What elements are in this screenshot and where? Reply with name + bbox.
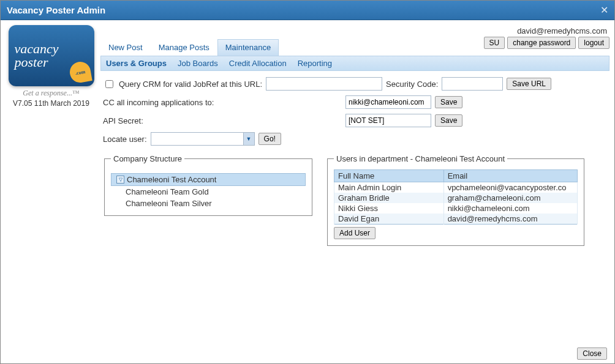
query-crm-checkbox[interactable]: [105, 80, 113, 88]
save-url-button[interactable]: Save URL: [507, 78, 551, 90]
logo: vacancy poster .com: [9, 25, 94, 86]
footer: Close: [1, 344, 614, 363]
go-button[interactable]: Go!: [258, 133, 281, 145]
user-name-cell: Graham Bridle: [334, 193, 444, 203]
cc-save-button[interactable]: Save: [435, 96, 462, 108]
tagline: Get a response...™: [23, 89, 79, 98]
logout-button[interactable]: logout: [578, 37, 609, 49]
subtab-users-groups[interactable]: Users & Groups: [106, 59, 167, 68]
locate-user-select[interactable]: ▼: [151, 132, 255, 146]
user-name-cell: Main Admin Login: [334, 182, 444, 193]
company-tree: ▽ Chameleoni Test Account Chameleoni Tea…: [111, 173, 306, 209]
tree-child[interactable]: Chameleoni Team Gold: [111, 186, 306, 198]
user-name-cell: Nikki Giess: [334, 203, 444, 214]
tree-root-label: Chameleoni Test Account: [127, 175, 216, 184]
users-panel: Users in department - Chameleoni Test Ac…: [327, 154, 584, 246]
user-email: david@remedyhcms.com: [100, 25, 609, 37]
add-user-button[interactable]: Add User: [334, 227, 375, 239]
table-row[interactable]: David Egandavid@remedyhcms.com: [334, 214, 578, 225]
users-table: Full Name Email Main Admin Loginvpchamel…: [334, 169, 578, 225]
users-header-name[interactable]: Full Name: [334, 170, 444, 182]
cc-email-input[interactable]: [345, 95, 431, 109]
cc-label: CC all incoming applications to:: [103, 98, 342, 107]
tree-root[interactable]: ▽ Chameleoni Test Account: [111, 173, 306, 186]
window-title: Vacancy Poster Admin: [7, 5, 105, 15]
tab-new-post[interactable]: New Post: [100, 39, 151, 56]
user-email-cell: vpchameleoni@vacancyposter.co: [443, 182, 577, 193]
main-tabs: New Post Manage Posts Maintenance: [100, 39, 279, 56]
users-header-email[interactable]: Email: [443, 170, 577, 182]
sidebar: vacancy poster .com Get a response...™ V…: [6, 25, 100, 339]
table-row[interactable]: Nikki Giessnikki@chameleoni.com: [334, 203, 578, 214]
right-buttons: SU change password logout: [484, 37, 609, 49]
user-email-cell: graham@chameleoni.com: [443, 193, 577, 203]
security-code-label: Security Code:: [386, 80, 438, 89]
query-crm-label: Query CRM for valid JobRef at this URL:: [119, 80, 262, 89]
close-icon[interactable]: ✕: [600, 4, 608, 16]
tab-maintenance[interactable]: Maintenance: [217, 39, 279, 56]
user-email-cell: nikki@chameleoni.com: [443, 203, 577, 214]
company-structure-panel: Company Structure ▽ Chameleoni Test Acco…: [104, 154, 312, 216]
close-button[interactable]: Close: [577, 347, 607, 360]
api-secret-label: API Secret:: [103, 116, 342, 125]
locate-user-label: Locate user:: [103, 135, 147, 144]
table-row[interactable]: Graham Bridlegraham@chameleoni.com: [334, 193, 578, 203]
collapse-icon[interactable]: ▽: [116, 176, 124, 184]
users-panel-legend: Users in department - Chameleoni Test Ac…: [334, 154, 507, 163]
sub-tabs: Users & Groups Job Boards Credit Allocat…: [100, 56, 609, 71]
api-save-button[interactable]: Save: [435, 114, 462, 127]
crm-url-input[interactable]: [266, 77, 382, 91]
subtab-credit-allocation[interactable]: Credit Allocation: [229, 59, 287, 68]
user-email-cell: david@remedyhcms.com: [443, 214, 577, 225]
change-password-button[interactable]: change password: [507, 37, 576, 49]
tab-manage-posts[interactable]: Manage Posts: [151, 39, 217, 56]
subtab-reporting[interactable]: Reporting: [298, 59, 332, 68]
tree-child[interactable]: Chameleoni Team Silver: [111, 198, 306, 209]
user-name-cell: David Egan: [334, 214, 444, 225]
table-row[interactable]: Main Admin Loginvpchameleoni@vacancypost…: [334, 182, 578, 193]
su-button[interactable]: SU: [484, 37, 505, 49]
chevron-down-icon: ▼: [243, 133, 254, 145]
security-code-input[interactable]: [442, 77, 503, 91]
company-structure-legend: Company Structure: [111, 154, 184, 163]
titlebar: Vacancy Poster Admin ✕: [1, 1, 614, 20]
version-text: V7.05 11th March 2019: [13, 99, 89, 108]
api-secret-input[interactable]: [345, 114, 431, 127]
logo-line1: vacancy: [15, 42, 88, 56]
subtab-job-boards[interactable]: Job Boards: [178, 59, 218, 68]
